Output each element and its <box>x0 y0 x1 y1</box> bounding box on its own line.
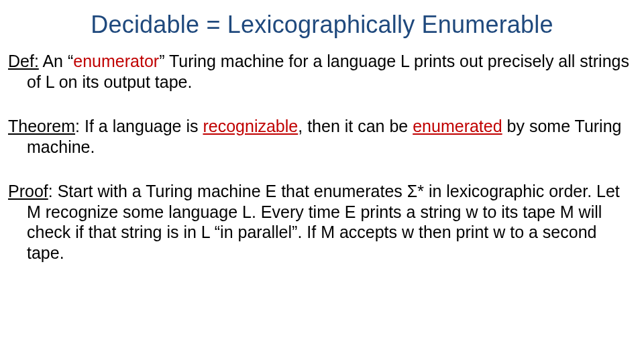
theorem-paragraph: Theorem: If a language is recognizable, … <box>8 116 636 157</box>
def-label: Def: <box>8 52 39 70</box>
proof-label: Proof <box>8 182 48 200</box>
proof-text: Start with a Turing machine E that enume… <box>27 182 620 262</box>
slide-title: Decidable = Lexicographically Enumerable <box>8 11 636 39</box>
proof-sep: : <box>48 182 58 200</box>
def-enumerator-word: enumerator <box>73 52 159 70</box>
theorem-sep: : <box>75 117 85 135</box>
slide: Decidable = Lexicographically Enumerable… <box>0 0 644 362</box>
slide-body: Def: An “enumerator” Turing machine for … <box>8 51 636 263</box>
theorem-pre: If a language is <box>85 117 203 135</box>
theorem-enumerated-word: enumerated <box>413 117 502 135</box>
proof-paragraph: Proof: Start with a Turing machine E tha… <box>8 181 636 263</box>
definition-paragraph: Def: An “enumerator” Turing machine for … <box>8 51 636 92</box>
theorem-mid: , then it can be <box>298 117 413 135</box>
theorem-label: Theorem <box>8 117 75 135</box>
def-pre: An “ <box>39 52 73 70</box>
theorem-recognizable-word: recognizable <box>203 117 298 135</box>
